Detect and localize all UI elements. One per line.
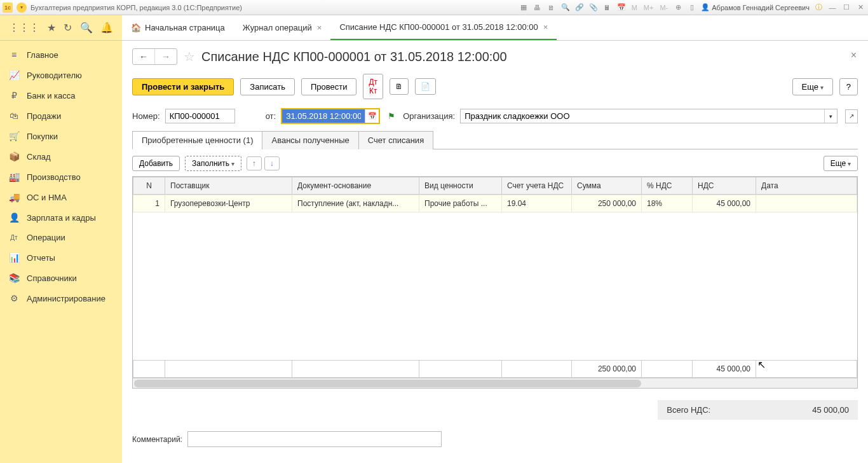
org-dropdown[interactable]: ▾ (824, 109, 837, 123)
comment-label: Комментарий: (132, 435, 182, 444)
close-doc-button[interactable]: × (851, 50, 857, 61)
tab-document[interactable]: Списание НДС КП00-000001 от 31.05.2018 1… (330, 15, 557, 40)
cell-date[interactable] (756, 195, 857, 212)
zoom-icon[interactable]: ⊕ (673, 3, 683, 13)
horizontal-scrollbar[interactable] (133, 378, 857, 388)
sidebar-item-production[interactable]: 🏭Производство (0, 167, 122, 187)
sidebar-item-main[interactable]: ≡Главное (0, 45, 122, 65)
clip-icon[interactable]: 📎 (588, 3, 599, 13)
post-close-button[interactable]: Провести и закрыть (132, 78, 234, 95)
sidebar-item-label: Зарплата и кадры (27, 213, 96, 223)
save-button[interactable]: Записать (240, 78, 295, 95)
sidebar-item-assets[interactable]: 🚚ОС и НМА (0, 187, 122, 207)
report-icon: 📊 (9, 252, 19, 263)
bell-icon[interactable]: 🔔 (100, 22, 113, 34)
col-vat[interactable]: НДС (693, 177, 756, 195)
close-window-button[interactable]: ✕ (855, 3, 865, 13)
move-up-button[interactable]: ↑ (247, 156, 262, 170)
forward-button[interactable]: → (155, 49, 177, 64)
search-icon[interactable]: 🔍 (80, 22, 93, 34)
cell-account[interactable]: 19.04 (502, 195, 572, 212)
dtab-advances[interactable]: Авансы полученные (262, 131, 358, 149)
tab-home[interactable]: 🏠 Начальная страница (122, 15, 234, 40)
add-button[interactable]: Добавить (132, 156, 180, 171)
favorite-icon[interactable]: ★ (47, 22, 56, 34)
link-icon[interactable]: 🔗 (574, 3, 585, 13)
date-input[interactable] (282, 109, 365, 123)
sidebar-item-reports[interactable]: 📊Отчеты (0, 247, 122, 268)
m-plus-button[interactable]: M+ (642, 4, 655, 11)
dtkt-icon: Дт (9, 234, 19, 241)
sidebar-item-refs[interactable]: 📚Справочники (0, 268, 122, 288)
org-input[interactable] (461, 109, 824, 123)
info-icon[interactable]: ⓘ (813, 3, 824, 13)
move-down-button[interactable]: ↓ (264, 156, 280, 170)
col-sum[interactable]: Сумма (572, 177, 642, 195)
doc-icon[interactable]: 🗎 (546, 3, 557, 13)
dtkt-button[interactable]: ДтКт (363, 74, 383, 99)
col-n[interactable]: N (133, 177, 165, 195)
col-basis[interactable]: Документ-основание (292, 177, 419, 195)
sidebar-item-admin[interactable]: ⚙Администрирование (0, 288, 122, 308)
fill-button[interactable]: Заполнить (185, 156, 241, 171)
table-row[interactable]: 1 Грузоперевозки-Центр Поступление (акт,… (133, 195, 857, 212)
maximize-button[interactable]: ☐ (841, 3, 851, 13)
col-supplier[interactable]: Поставщик (165, 177, 292, 195)
sidebar-item-label: Банк и касса (27, 91, 76, 100)
minimize-button[interactable]: — (827, 3, 837, 13)
calendar-icon[interactable]: 📅 (616, 3, 627, 13)
cell-sum[interactable]: 250 000,00 (572, 195, 642, 212)
cell-vatpct[interactable]: 18% (642, 195, 693, 212)
dtab-values[interactable]: Приобретенные ценности (1) (132, 131, 262, 149)
cell-basis[interactable]: Поступление (акт, накладн... (292, 195, 419, 212)
m-minus-button[interactable]: M- (658, 4, 669, 11)
org-open-button[interactable]: ↗ (845, 109, 858, 123)
tab-close-icon[interactable]: × (317, 23, 322, 32)
post-button[interactable]: Провести (301, 78, 357, 95)
date-label: от: (266, 111, 276, 121)
help-button[interactable]: ? (839, 78, 858, 95)
sidebar-item-label: Отчеты (27, 253, 55, 263)
col-vatpct[interactable]: % НДС (642, 177, 693, 195)
toolbar-icon[interactable]: ▦ (519, 3, 529, 13)
panel-icon[interactable]: ▯ (687, 3, 697, 13)
tab-journal[interactable]: Журнал операций × (234, 15, 331, 40)
apps-icon[interactable]: ⋮⋮⋮ (9, 22, 39, 34)
app-menu-button[interactable]: ▾ (17, 3, 27, 13)
cell-vat[interactable]: 45 000,00 (693, 195, 756, 212)
user-label[interactable]: 👤 Абрамов Геннадий Сергеевич (701, 3, 810, 11)
sidebar-item-warehouse[interactable]: 📦Склад (0, 146, 122, 167)
dtab-account[interactable]: Счет списания (358, 131, 433, 149)
table-more-button[interactable]: Еще (824, 156, 858, 171)
col-account[interactable]: Счет учета НДС (502, 177, 572, 195)
print-icon[interactable]: 🖶 (532, 3, 543, 13)
history-icon[interactable]: ↻ (64, 22, 72, 34)
report-button[interactable]: 📄 (415, 78, 436, 95)
table-header: N Поставщик Документ-основание Вид ценно… (133, 177, 857, 195)
cell-supplier[interactable]: Грузоперевозки-Центр (165, 195, 292, 212)
more-button[interactable]: Еще (792, 78, 833, 95)
cell-n[interactable]: 1 (133, 195, 165, 212)
col-date[interactable]: Дата (756, 177, 857, 195)
back-button[interactable]: ← (133, 49, 155, 64)
number-input[interactable] (165, 109, 235, 123)
search-icon[interactable]: 🔍 (560, 3, 571, 13)
status-icon: ⚑ (388, 111, 395, 121)
col-kind[interactable]: Вид ценности (419, 177, 502, 195)
sidebar-item-manager[interactable]: 📈Руководителю (0, 65, 122, 85)
calc-icon[interactable]: 🖩 (602, 3, 613, 13)
comment-input[interactable] (187, 431, 442, 447)
attach-button[interactable]: 🗎 (390, 78, 409, 95)
m-button[interactable]: M (630, 4, 639, 11)
sidebar-item-salary[interactable]: 👤Зарплата и кадры (0, 207, 122, 228)
cell-kind[interactable]: Прочие работы ... (419, 195, 502, 212)
sidebar-item-sales[interactable]: 🛍Продажи (0, 106, 122, 126)
total-vat-label: Всего НДС: (667, 405, 710, 415)
tab-close-icon[interactable]: × (543, 22, 548, 32)
sidebar-item-operations[interactable]: ДтОперации (0, 228, 122, 247)
total-vat: 45 000,00 (693, 361, 756, 378)
sidebar-item-bank[interactable]: ₽Банк и касса (0, 85, 122, 106)
favorite-toggle[interactable]: ☆ (184, 49, 195, 64)
calendar-button[interactable]: 📅 (365, 109, 379, 123)
sidebar-item-purchases[interactable]: 🛒Покупки (0, 126, 122, 146)
